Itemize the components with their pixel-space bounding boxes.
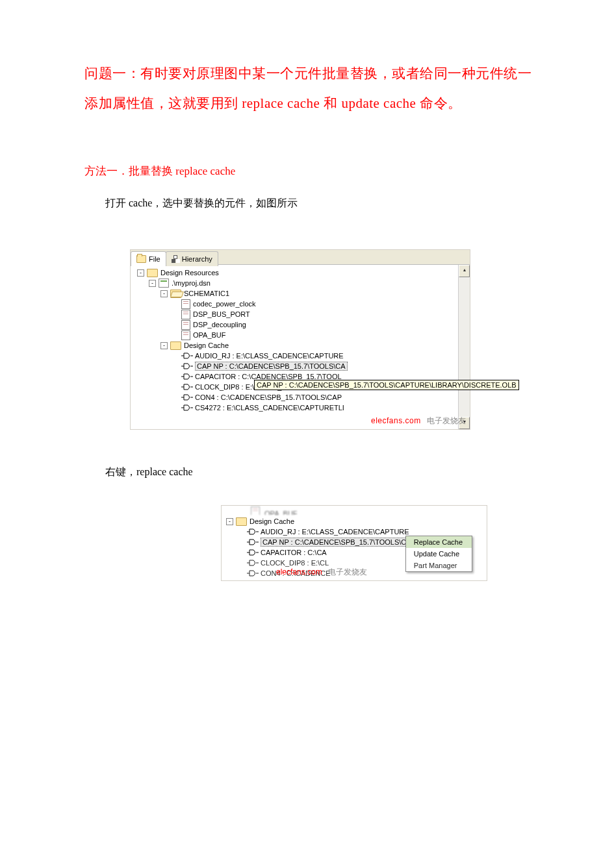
step2-text: 右键，replace cache [105, 465, 543, 479]
dsn-label: .\myproj.dsn [172, 279, 211, 287]
tab-hierarchy-label: Hierarchy [182, 255, 212, 263]
folder-open-icon [170, 290, 181, 298]
cache-label: CS4272 : E:\CLASS_CADENCE\CAPTURETLI [195, 404, 344, 412]
root-label: Design Resources [160, 269, 219, 277]
cache-label-selected: CAP NP : C:\CADENCE\SPB_15.7\TOOLS\CA [195, 362, 348, 371]
blurred-row: OPA_BUF [251, 506, 487, 515]
schematic-label: SCHEMATIC1 [184, 290, 229, 297]
tree-design-cache[interactable]: - Design Cache [134, 340, 458, 351]
hierarchy-icon [172, 255, 179, 263]
gate-icon [247, 549, 259, 556]
step1-text: 打开 cache，选中要替换的元件，如图所示 [84, 197, 543, 210]
cache-item-capnp-selected[interactable]: CAP NP : C:\CADENCE\SPB_15.7\TOOLS\CA [134, 361, 458, 371]
tree-dsn[interactable]: - .\myproj.dsn [134, 278, 458, 288]
tree-page-dspdecoup[interactable]: DSP_decoupling [134, 319, 458, 330]
gate-icon [181, 404, 193, 411]
tree-content: - Design Resources - .\myproj.dsn - SCHE… [131, 265, 458, 429]
tree-body: - Design Resources - .\myproj.dsn - SCHE… [131, 265, 470, 429]
gate-icon [181, 353, 193, 359]
menu-label: Replace Cache [414, 538, 463, 546]
tab-file-label: File [149, 255, 160, 263]
cache-item-audiorj[interactable]: AUDIO_RJ : E:\CLASS_CADENCE\CAPTURE [134, 351, 458, 361]
gate-icon [247, 528, 259, 535]
question-title: 问题一：有时要对原理图中某一个元件批量替换，或者给同一种元件统一添加属性值，这就… [84, 58, 543, 118]
cache-label: AUDIO_RJ : E:\CLASS_CADENCE\CAPTURE [195, 352, 344, 360]
page-icon [251, 506, 260, 515]
tab-bar: File Hierarchy [131, 250, 470, 265]
menu-label: Update Cache [414, 550, 459, 558]
scrollbar[interactable]: ▴ ▾ [458, 265, 470, 429]
watermark-site: elecfans.com [371, 416, 421, 425]
page: 问题一：有时要对原理图中某一个元件批量替换，或者给同一种元件统一添加属性值，这就… [0, 0, 614, 868]
gate-icon [181, 373, 193, 380]
gate-icon [247, 539, 259, 545]
cache-label: AUDIO_RJ : E:\CLASS_CADENCE\CAPTURE [261, 528, 409, 536]
cache-item-cs4272[interactable]: CS4272 : E:\CLASS_CADENCE\CAPTURETLI [134, 403, 458, 413]
gate-icon [247, 560, 259, 566]
menu-label: Part Manager [414, 562, 457, 569]
watermark-cn: 电子发烧友 [427, 416, 466, 425]
watermark: elecfans.com 电子发烧友 [371, 415, 466, 427]
page-icon [181, 299, 190, 309]
gate-icon [181, 394, 193, 401]
method1-heading: 方法一．批量替换 replace cache [84, 164, 543, 179]
cache-folder-label: Design Cache [249, 517, 294, 525]
tooltip: CAP NP : C:\CADENCE\SPB_15.7\TOOLS\CAPTU… [254, 380, 519, 390]
watermark: elecfans.com 电子发烧友 [276, 567, 367, 578]
gate-icon [181, 363, 193, 369]
gate-icon [181, 384, 193, 390]
folder-icon [136, 255, 146, 263]
tree-schematic1[interactable]: - SCHEMATIC1 [134, 288, 458, 299]
page-label: DSP_decoupling [193, 321, 246, 329]
watermark-cn: 电子发烧友 [328, 567, 367, 577]
gate-icon [247, 570, 259, 577]
page-label: OPA_BUF [193, 331, 226, 339]
cache-label: CON4 : C:\CADENCE\SPB_15.7\TOOLS\CAP [195, 393, 342, 401]
watermark-site: elecfans.com [276, 567, 322, 577]
tab-file[interactable]: File [131, 251, 166, 266]
tree-page-dspbus[interactable]: DSP_BUS_PORT [134, 309, 458, 319]
cache-item-con4[interactable]: CON4 : C:\CADENCE\SPB_15.7\TOOLS\CAP [134, 392, 458, 403]
page-icon [181, 330, 190, 340]
tab-hierarchy[interactable]: Hierarchy [166, 251, 218, 266]
tree-page-codec[interactable]: codec_power_clock [134, 299, 458, 309]
cache-label: CAPACITOR : C:\CA [261, 549, 327, 556]
context-menu: Replace Cache Update Cache Part Manager [405, 536, 472, 572]
folder-icon [147, 269, 158, 277]
s2-design-cache[interactable]: - Design Cache [224, 516, 487, 527]
scroll-up-icon[interactable]: ▴ [459, 265, 470, 277]
page-icon [181, 320, 190, 330]
menu-part-manager[interactable]: Part Manager [406, 560, 472, 571]
screenshot-1: File Hierarchy - Design Resources - [130, 249, 470, 430]
screenshot-2: OPA_BUF - Design Cache AUDIO_RJ : E:\CLA… [221, 505, 487, 581]
cache-folder-label: Design Cache [184, 341, 229, 349]
folder-icon [170, 341, 181, 350]
dsn-icon [159, 279, 169, 288]
tree-root[interactable]: - Design Resources [134, 267, 458, 278]
scroll-track[interactable] [459, 277, 470, 417]
page-label: DSP_BUS_PORT [193, 310, 250, 318]
cache-label-selected: CAP NP : C:\CADENCE\SPB_15.7\TOOLS\CA [261, 538, 413, 547]
blurred-label: OPA_BUF [264, 510, 298, 515]
menu-update-cache[interactable]: Update Cache [406, 548, 472, 560]
page-label: codec_power_clock [193, 300, 256, 308]
cache-label: CLOCK_DIP8 : E:\CL [261, 559, 329, 567]
menu-replace-cache[interactable]: Replace Cache [406, 536, 472, 548]
page-icon [181, 310, 190, 319]
tree-page-opabuf[interactable]: OPA_BUF [134, 330, 458, 340]
folder-icon [236, 517, 247, 526]
